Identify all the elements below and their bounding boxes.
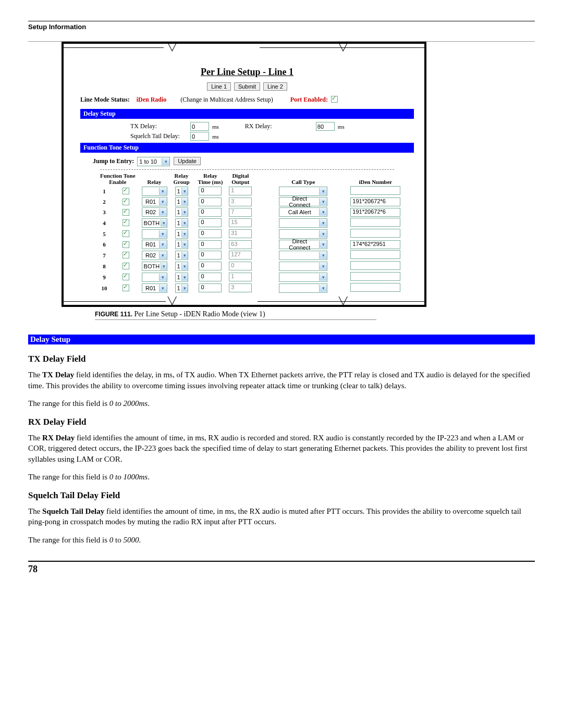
relay-select[interactable]: R01▾ (142, 283, 167, 293)
port-enabled-checkbox[interactable] (331, 96, 338, 103)
enable-checkbox[interactable] (123, 285, 129, 291)
rx-delay-input[interactable] (316, 122, 335, 131)
chevron-down-icon: ▾ (181, 274, 188, 281)
chevron-down-icon: ▾ (181, 263, 188, 270)
call-type-select[interactable]: ▾ (279, 218, 327, 228)
relay-group-select[interactable]: 1▾ (175, 262, 188, 271)
table-row: 8BOTH▾1▾00▾ (96, 261, 402, 272)
relay-select[interactable]: ▾ (142, 187, 167, 196)
submit-button[interactable]: Submit (234, 82, 260, 91)
line2-button[interactable]: Line 2 (263, 82, 287, 91)
relay-select[interactable]: ▾ (142, 229, 167, 239)
relay-select[interactable]: R02▾ (142, 207, 167, 217)
status-note: (Change in Multicast Address Setup) (180, 96, 273, 103)
relay-group-select[interactable]: 1▾ (175, 197, 188, 206)
relay-select[interactable]: BOTH▾ (142, 262, 167, 271)
squelch-delay-input[interactable] (190, 132, 209, 141)
relay-group-select[interactable]: 1▾ (175, 273, 188, 282)
row-index: 10 (96, 282, 113, 293)
call-type-select[interactable]: ▾ (279, 283, 327, 293)
iden-number-input[interactable] (350, 272, 400, 281)
chevron-down-icon: ▾ (181, 208, 188, 216)
digital-output: 127 (229, 251, 252, 260)
iden-number-input[interactable] (350, 250, 400, 259)
relay-time-input[interactable]: 0 (199, 240, 222, 249)
squelch-delay-label: Squelch Tail Delay: (130, 132, 185, 140)
enable-checkbox[interactable] (123, 274, 129, 280)
enable-checkbox[interactable] (123, 209, 129, 216)
rx-delay-heading: RX Delay Field (28, 417, 535, 427)
call-type-select[interactable]: ▾ (279, 229, 327, 239)
relay-time-input[interactable]: 0 (199, 208, 222, 217)
iden-number-input[interactable] (350, 283, 400, 292)
relay-group-select[interactable]: 1▾ (175, 283, 188, 293)
relay-group-select[interactable]: 1▾ (175, 207, 188, 217)
call-type-select[interactable]: ▾ (279, 273, 327, 282)
relay-group-select[interactable]: 1▾ (175, 218, 188, 228)
call-type-select[interactable]: Call Alert▾ (279, 207, 327, 217)
enable-checkbox[interactable] (123, 241, 129, 248)
relay-select[interactable]: R02▾ (142, 251, 167, 260)
line1-button[interactable]: Line 1 (207, 82, 231, 91)
chevron-down-icon: ▾ (159, 252, 167, 259)
relay-time-input[interactable]: 0 (199, 262, 222, 270)
table-header-row: Function ToneEnable Relay RelayGroup Rel… (96, 172, 402, 186)
port-enabled-label: Port Enabled: (290, 96, 328, 103)
jump-select[interactable]: 1 to 10▾ (137, 157, 170, 166)
enable-checkbox[interactable] (123, 188, 129, 194)
relay-time-input[interactable]: 0 (199, 198, 222, 206)
call-type-select[interactable]: Direct Connect▾ (279, 197, 327, 206)
enable-checkbox[interactable] (123, 263, 129, 269)
iden-number-input[interactable] (350, 186, 400, 195)
iden-number-input[interactable] (350, 218, 400, 227)
relay-select[interactable]: R01▾ (142, 240, 167, 249)
delay-setup-heading: Delay Setup (28, 335, 535, 344)
tx-delay-heading: TX Delay Field (28, 354, 535, 364)
relay-group-select[interactable]: 1▾ (175, 251, 188, 260)
call-type-select[interactable]: ▾ (279, 187, 327, 196)
table-row: 4BOTH▾1▾015▾ (96, 217, 402, 228)
chevron-down-icon: ▾ (319, 285, 327, 292)
tx-delay-input[interactable] (190, 122, 209, 131)
relay-time-input[interactable]: 0 (199, 187, 222, 195)
iden-number-input[interactable] (350, 261, 400, 270)
sq-delay-p2: The range for this field is 0 to 5000. (28, 535, 535, 545)
screenshot-frame: ╲╱╲╱ Per Line Setup - Line 1 Line 1 Subm… (62, 42, 426, 307)
enable-checkbox[interactable] (123, 199, 129, 205)
enable-checkbox[interactable] (123, 230, 129, 237)
relay-group-select[interactable]: 1▾ (175, 229, 188, 239)
chevron-down-icon: ▾ (319, 230, 327, 238)
update-button[interactable]: Update (174, 157, 200, 165)
relay-select[interactable]: R01▾ (142, 197, 167, 206)
relay-time-input[interactable]: 0 (199, 251, 222, 260)
relay-time-input[interactable]: 0 (199, 218, 222, 227)
tx-delay-unit: ms (212, 124, 219, 130)
table-row: 10R01▾1▾03▾ (96, 282, 402, 293)
chevron-down-icon: ▾ (159, 198, 167, 205)
digital-output: 1 (229, 273, 252, 281)
iden-number-input[interactable]: 191*20672*6 (350, 198, 400, 206)
iden-number-input[interactable] (350, 229, 400, 238)
digital-output: 15 (229, 218, 252, 227)
iden-number-input[interactable]: 191*20672*6 (350, 208, 400, 217)
call-type-select[interactable]: ▾ (279, 251, 327, 260)
table-row: 3R02▾1▾07Call Alert▾191*20672*6 (96, 207, 402, 217)
relay-group-select[interactable]: 1▾ (175, 187, 188, 196)
relay-time-input[interactable]: 0 (199, 273, 222, 281)
chevron-down-icon: ▾ (159, 274, 167, 281)
iden-number-input[interactable]: 174*62*2951 (350, 240, 400, 249)
call-type-select[interactable]: Direct Connect▾ (279, 240, 327, 249)
call-type-select[interactable]: ▾ (279, 262, 327, 271)
chevron-down-icon: ▾ (159, 208, 167, 216)
relay-time-input[interactable]: 0 (199, 283, 222, 292)
relay-group-select[interactable]: 1▾ (175, 240, 188, 249)
relay-time-input[interactable]: 0 (199, 229, 222, 238)
enable-checkbox[interactable] (123, 219, 129, 226)
chevron-down-icon: ▾ (159, 230, 167, 238)
relay-select[interactable]: ▾ (142, 273, 167, 282)
figure-caption: FIGURE 111. Per Line Setup - iDEN Radio … (95, 310, 376, 320)
enable-checkbox[interactable] (123, 252, 129, 258)
relay-select[interactable]: BOTH▾ (142, 218, 167, 228)
table-row: 1▾1▾01▾ (96, 186, 402, 196)
chevron-down-icon: ▾ (159, 241, 167, 248)
